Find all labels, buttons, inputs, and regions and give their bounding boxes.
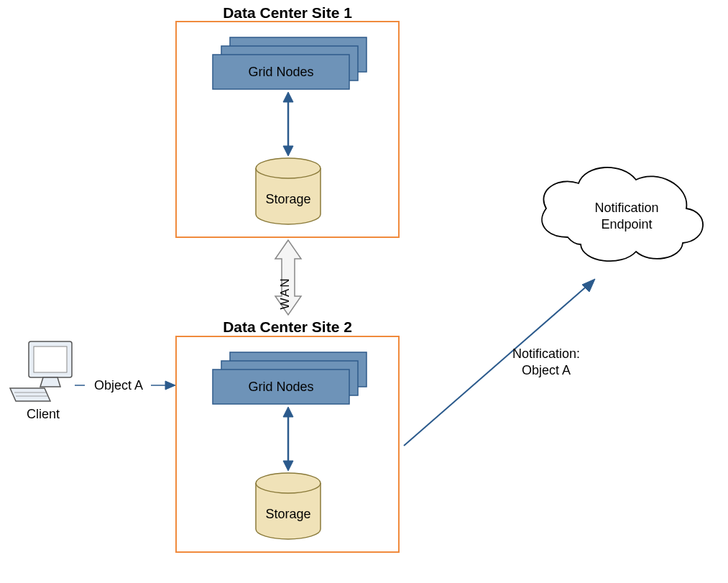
endpoint-label-2: Endpoint (601, 217, 652, 231)
object-a-label: Object A (94, 378, 143, 393)
notification-label-1: Notification: (512, 346, 580, 361)
site-1-nodes: Grid Nodes (213, 37, 367, 89)
client: Client (10, 341, 72, 421)
svg-marker-20 (165, 381, 175, 390)
wan-connector: WAN (275, 240, 301, 315)
site-1-title: Data Center Site 1 (223, 4, 352, 21)
site-2-title: Data Center Site 2 (223, 318, 352, 335)
site-1: Data Center Site 1 Grid Nodes Storage (176, 4, 399, 237)
site-1-storage-label: Storage (265, 192, 310, 206)
site-2-arrow (283, 407, 293, 471)
notification-label-2: Object A (522, 363, 571, 377)
client-label: Client (27, 407, 60, 421)
svg-marker-5 (283, 146, 293, 156)
site-2-storage-label: Storage (265, 507, 310, 521)
site-1-arrow (283, 92, 293, 156)
site-2-nodes-label: Grid Nodes (248, 380, 313, 394)
svg-marker-12 (283, 461, 293, 471)
notification-arrow (404, 279, 595, 446)
svg-rect-15 (34, 346, 67, 372)
notification-endpoint: Notification Endpoint (542, 167, 703, 261)
svg-point-13 (256, 473, 321, 493)
svg-marker-22 (582, 279, 595, 292)
computer-icon (10, 341, 72, 401)
site-1-storage: Storage (256, 158, 321, 224)
diagram-canvas: Data Center Site 1 Grid Nodes Storage WA… (0, 0, 728, 583)
svg-marker-11 (283, 407, 293, 417)
svg-marker-4 (283, 92, 293, 102)
wan-label: WAN (278, 277, 292, 309)
site-2-storage: Storage (256, 473, 321, 539)
svg-point-6 (256, 158, 321, 178)
site-2: Data Center Site 2 Grid Nodes Storage (176, 318, 399, 552)
site-1-nodes-label: Grid Nodes (248, 65, 313, 79)
site-2-nodes: Grid Nodes (213, 352, 367, 404)
endpoint-label-1: Notification (594, 201, 658, 215)
